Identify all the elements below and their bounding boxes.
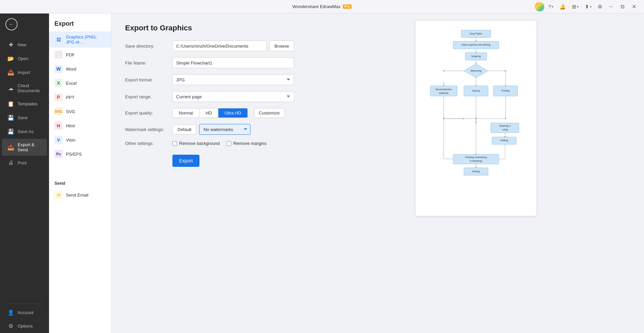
sidebar-item-export-send[interactable]: 📤 Export & Send	[2, 139, 47, 156]
remove-margins-checkbox[interactable]	[226, 141, 231, 146]
sidebar-item-options[interactable]: ⚙ Options	[2, 319, 47, 333]
import-icon: 📥	[7, 69, 14, 76]
svg-text:Gray Fabric: Gray Fabric	[470, 32, 482, 35]
svg-rect-40	[453, 154, 499, 164]
svg-text:Rolling: Rolling	[472, 170, 480, 173]
svg-text:or stentering): or stentering)	[470, 160, 482, 162]
checkbox-group: Remove background Remove margins	[172, 141, 266, 146]
sidebar-item-cloud[interactable]: ☁ Cloud Documents	[2, 80, 47, 97]
remove-margins-checkbox-item[interactable]: Remove margins	[226, 141, 266, 146]
export-form-area: Export to Graphics Save directory: Brows…	[112, 14, 308, 333]
quality-hd-button[interactable]: HD	[199, 108, 218, 118]
watermark-label: Watermark settings:	[125, 127, 172, 132]
customize-button[interactable]: Customize	[254, 108, 285, 118]
preview-card: .fc-rect { fill: #cce4f7; stroke: #7ab8e…	[415, 20, 537, 216]
svg-icon: SVG	[54, 107, 63, 116]
watermark-row: Watermark settings: Default No watermark…	[125, 124, 294, 135]
export-item-html[interactable]: H Html	[49, 119, 111, 133]
print-icon: 🖨	[7, 160, 14, 166]
sidebar-item-open[interactable]: 📂 Open	[2, 52, 47, 65]
svg-text:Finishing (Calendaring: Finishing (Calendaring	[465, 156, 487, 159]
export-item-graphics[interactable]: 🖼 Graphics (PNG, JPG et...	[49, 31, 111, 48]
cloud-icon: ☁	[7, 85, 14, 92]
sidebar-item-templates[interactable]: 📋 Templates	[2, 97, 47, 110]
export-button[interactable]: Export	[172, 155, 199, 167]
close-button[interactable]: ✕	[629, 2, 639, 11]
export-item-label-visio: Visio	[66, 137, 75, 143]
pdf-icon: 📄	[54, 51, 63, 59]
remove-background-checkbox-item[interactable]: Remove background	[172, 141, 220, 146]
export-item-ppt[interactable]: P PPT	[49, 90, 111, 104]
flowchart-svg: .fc-rect { fill: #cce4f7; stroke: #7ab8e…	[422, 27, 530, 194]
send-item-email[interactable]: ✉ Send Email	[49, 188, 111, 202]
share-button[interactable]: ⬆ ▾	[583, 2, 594, 11]
svg-text:Printing: Printing	[501, 89, 509, 92]
save-directory-row: Save directory: Browse	[125, 41, 294, 51]
grid-icon: ⊞	[572, 4, 576, 10]
content-split: Export to Graphics Save directory: Brows…	[112, 14, 644, 333]
export-item-label-svg: SVG	[66, 109, 75, 114]
export-format-control: JPG PNG BMP SVG PDF	[172, 74, 294, 85]
watermark-default-button[interactable]: Default	[172, 125, 196, 134]
sidebar-item-new[interactable]: ✚ New	[2, 38, 47, 51]
sidebar-item-save[interactable]: 💾 Save	[2, 111, 47, 124]
preview-area: .fc-rect { fill: #cce4f7; stroke: #7ab8e…	[308, 14, 644, 333]
sidebar-item-print[interactable]: 🖨 Print	[2, 156, 47, 169]
help-button[interactable]: ? ▾	[546, 2, 555, 11]
export-quality-label: Export quality:	[125, 110, 172, 116]
export-range-select[interactable]: Current page All pages Selected objects	[172, 91, 294, 102]
ppt-icon: P	[54, 93, 63, 101]
export-item-label-pdf: PDF	[66, 52, 75, 57]
export-item-visio[interactable]: V Visio	[49, 133, 111, 147]
other-settings-row: Other settings: Remove background Remove…	[125, 141, 294, 146]
export-format-select[interactable]: JPG PNG BMP SVG PDF	[172, 74, 294, 85]
quality-ultra-hd-button[interactable]: Ultra HD	[218, 108, 247, 118]
sidebar-item-account[interactable]: 👤 Account	[2, 306, 47, 319]
grid-chevron-icon: ▾	[577, 5, 579, 8]
sidebar-divider	[5, 304, 44, 304]
save-directory-input[interactable]	[172, 41, 267, 51]
sidebar-nav: ✚ New 📂 Open 📥 Import ☁ Cloud Documents …	[0, 35, 49, 302]
grid-button[interactable]: ⊞ ▾	[570, 2, 581, 11]
graphics-icon: 🖼	[54, 35, 63, 44]
pro-badge: Pro	[343, 4, 352, 9]
share-icon: ⬆	[585, 4, 589, 10]
remove-background-checkbox[interactable]	[172, 141, 177, 146]
watermark-select[interactable]: No watermarks Custom watermark	[199, 124, 251, 135]
user-avatar[interactable]	[535, 2, 544, 11]
svg-text:(Optional): (Optional)	[439, 92, 448, 95]
sidebar-item-label-save: Save	[18, 115, 28, 120]
html-icon: H	[54, 122, 63, 130]
settings-button[interactable]: ⚙	[596, 2, 604, 11]
export-item-pdf[interactable]: 📄 PDF	[49, 48, 111, 62]
svg-text:Bleaching: Bleaching	[471, 70, 481, 72]
quality-normal-button[interactable]: Normal	[173, 108, 199, 118]
file-name-input[interactable]	[172, 57, 294, 68]
sidebar-item-label-templates: Templates	[18, 101, 38, 106]
export-quality-control: Normal HD Ultra HD Customize	[172, 108, 294, 118]
export-item-ps[interactable]: Ps PS/EPS	[49, 147, 111, 161]
notification-button[interactable]: 🔔	[557, 2, 568, 11]
sidebar-item-import[interactable]: 📥 Import	[2, 66, 47, 79]
file-name-control	[172, 57, 294, 68]
export-button-row: Export	[125, 152, 294, 167]
browse-button[interactable]: Browse	[269, 41, 294, 51]
left-sidebar: ← ✚ New 📂 Open 📥 Import ☁ Cloud Document…	[0, 14, 49, 333]
export-item-word[interactable]: W Word	[49, 62, 111, 76]
sidebar-item-save-as[interactable]: 💾 Save As	[2, 125, 47, 138]
restore-button[interactable]: ⧉	[618, 2, 627, 11]
svg-text:Rolling: Rolling	[500, 139, 508, 142]
sidebar-item-label-save-as: Save As	[18, 129, 34, 134]
email-icon: ✉	[54, 191, 63, 199]
templates-icon: 📋	[7, 101, 14, 107]
export-range-control: Current page All pages Selected objects	[172, 91, 294, 102]
back-button[interactable]: ←	[5, 18, 18, 30]
export-item-svg[interactable]: SVG SVG	[49, 104, 111, 119]
export-item-excel[interactable]: X Excel	[49, 76, 111, 90]
minimize-button[interactable]: −	[606, 2, 616, 11]
main-layout: ← ✚ New 📂 Open 📥 Import ☁ Cloud Document…	[0, 14, 644, 333]
help-icon: ?	[548, 4, 551, 9]
sidebar-item-label-new: New	[18, 42, 26, 47]
settings-icon: ⚙	[598, 4, 602, 10]
export-panel-title: Export	[49, 14, 111, 31]
